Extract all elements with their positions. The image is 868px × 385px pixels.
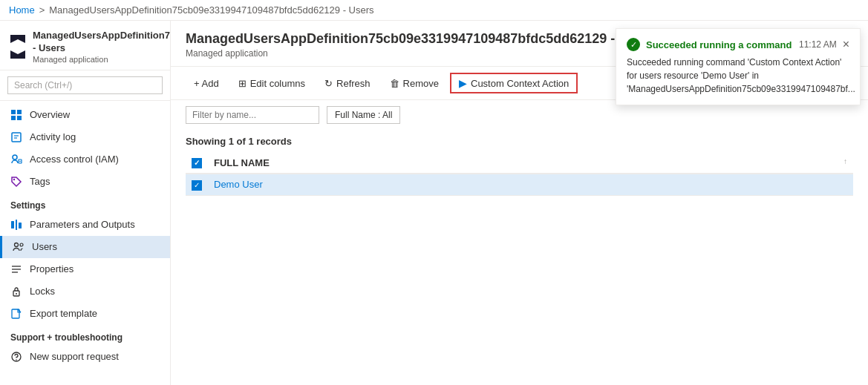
- svg-rect-3: [17, 116, 22, 120]
- sidebar-item-params-label: Parameters and Outputs: [30, 219, 135, 230]
- sidebar-app-subtitle: Managed application: [33, 55, 171, 64]
- svg-point-7: [13, 155, 17, 159]
- refresh-icon: ↻: [324, 78, 333, 89]
- props-icon: [10, 263, 22, 275]
- params-icon: [10, 219, 22, 231]
- sidebar-item-overview[interactable]: Overview: [0, 104, 170, 126]
- support-section-title: Support + troubleshooting: [0, 325, 170, 346]
- toast-title: Succeeded running a command: [646, 39, 792, 50]
- sidebar-header: ManagedUsersAppDefinition75cb09e33199471…: [0, 21, 170, 70]
- sidebar-item-support-label: New support request: [30, 351, 119, 362]
- play-icon: ▶: [459, 77, 467, 89]
- sidebar-item-export-label: Export template: [30, 308, 97, 319]
- breadcrumb: Home > ManagedUsersAppDefinition75cb09e3…: [0, 0, 868, 21]
- sidebar-item-export-template[interactable]: Export template: [0, 303, 170, 325]
- toast-success-icon: ✓: [627, 38, 640, 51]
- toast-notification: ✓ Succeeded running a command 11:12 AM ×…: [616, 28, 861, 105]
- sidebar-item-new-support-request[interactable]: New support request: [0, 346, 170, 368]
- svg-rect-13: [19, 223, 22, 228]
- svg-rect-12: [16, 220, 17, 230]
- settings-section-title: Settings: [0, 193, 170, 214]
- edit-columns-button[interactable]: ⊞ Edit columns: [230, 73, 313, 93]
- logo-icon: [10, 39, 25, 54]
- sort-icon: ↑: [843, 157, 847, 165]
- remove-label: Remove: [403, 78, 439, 89]
- svg-rect-0: [11, 110, 16, 114]
- tags-icon: [10, 176, 22, 188]
- sidebar-item-activity-log[interactable]: Activity log: [0, 126, 170, 148]
- toast-time: 11:12 AM: [799, 39, 837, 50]
- data-table: FULL NAME ↑ Demo User: [186, 153, 853, 196]
- toast-header: ✓ Succeeded running a command 11:12 AM ×: [627, 38, 849, 51]
- sidebar-item-properties[interactable]: Properties: [0, 258, 170, 280]
- records-count: Showing 1 of 1 records: [186, 130, 853, 147]
- sidebar-item-activity-label: Activity log: [30, 131, 76, 142]
- toast-right: 11:12 AM ×: [799, 38, 849, 51]
- custom-context-action-label: Custom Context Action: [471, 78, 569, 89]
- users-icon: [13, 241, 25, 253]
- sidebar-item-users[interactable]: Users: [0, 236, 170, 258]
- sidebar-item-access-label: Access control (IAM): [30, 154, 119, 165]
- refresh-label: Refresh: [336, 78, 371, 89]
- svg-rect-4: [12, 133, 21, 142]
- full-name-header-label: FULL NAME: [214, 157, 270, 168]
- row-checkbox[interactable]: [192, 180, 202, 191]
- sidebar-item-users-label: Users: [32, 241, 57, 252]
- edit-columns-label: Edit columns: [250, 78, 305, 89]
- svg-point-15: [20, 243, 23, 246]
- locks-icon: [10, 286, 22, 297]
- table-header-row: FULL NAME ↑: [186, 153, 853, 174]
- sidebar-search-container: [0, 70, 170, 101]
- breadcrumb-current: ManagedUsersAppDefinition75cb09e33199471…: [49, 4, 373, 16]
- search-wrap: [7, 76, 163, 94]
- demo-user-link[interactable]: Demo User: [214, 179, 263, 190]
- edit-columns-icon: ⊞: [238, 78, 247, 89]
- access-icon: [10, 154, 22, 165]
- sidebar-item-tags-label: Tags: [30, 176, 50, 187]
- table-row: Demo User: [186, 174, 853, 195]
- toast-close-button[interactable]: ×: [843, 38, 849, 51]
- header-checkbox-col: [186, 153, 208, 174]
- full-name-header: FULL NAME ↑: [208, 153, 853, 174]
- full-name-cell: Demo User: [208, 174, 853, 195]
- custom-context-action-button[interactable]: ▶ Custom Context Action: [450, 73, 578, 93]
- sidebar-item-tags[interactable]: Tags: [0, 171, 170, 193]
- sidebar-item-access-control[interactable]: Access control (IAM): [0, 148, 170, 171]
- sidebar-item-locks[interactable]: Locks: [0, 280, 170, 303]
- sidebar-item-overview-label: Overview: [30, 109, 70, 120]
- svg-rect-2: [11, 116, 16, 120]
- remove-icon: 🗑: [390, 78, 399, 89]
- sidebar-app-title: ManagedUsersAppDefinition75cb09e33199471…: [33, 30, 171, 55]
- svg-point-14: [15, 243, 19, 246]
- sidebar-item-props-label: Properties: [30, 263, 74, 274]
- breadcrumb-separator: >: [39, 4, 45, 16]
- svg-point-10: [13, 179, 15, 180]
- svg-point-9: [19, 160, 21, 162]
- sidebar-item-locks-label: Locks: [30, 286, 55, 297]
- svg-point-23: [16, 359, 17, 361]
- full-name-filter-tag[interactable]: Full Name : All: [327, 106, 400, 124]
- svg-rect-1: [17, 110, 22, 114]
- sidebar-title-group: ManagedUsersAppDefinition75cb09e33199471…: [33, 30, 171, 64]
- breadcrumb-home[interactable]: Home: [9, 4, 35, 16]
- refresh-button[interactable]: ↻ Refresh: [316, 73, 379, 93]
- sidebar-nav: Overview Activity log Access control (IA…: [0, 101, 170, 385]
- svg-point-20: [16, 293, 17, 294]
- toast-body: Succeeded running command 'Custom Contex…: [627, 56, 849, 96]
- select-all-checkbox[interactable]: [192, 158, 202, 168]
- row-checkbox-cell: [186, 174, 208, 195]
- main-content: ManagedUsersAppDefinition75cb09e33199471…: [171, 21, 868, 385]
- table-container: Showing 1 of 1 records FULL NAME ↑: [171, 130, 868, 385]
- sidebar-item-parameters[interactable]: Parameters and Outputs: [0, 214, 170, 236]
- activity-icon: [10, 131, 22, 143]
- overview-icon: [10, 109, 22, 121]
- svg-rect-11: [11, 221, 14, 228]
- filter-input[interactable]: [186, 106, 319, 124]
- app-logo: [10, 35, 25, 59]
- sidebar: ManagedUsersAppDefinition75cb09e33199471…: [0, 21, 171, 385]
- support-icon: [10, 351, 22, 363]
- remove-button[interactable]: 🗑 Remove: [382, 73, 447, 93]
- add-button[interactable]: + Add: [186, 73, 227, 93]
- search-input[interactable]: [7, 76, 163, 94]
- toast-title-row: ✓ Succeeded running a command: [627, 38, 792, 51]
